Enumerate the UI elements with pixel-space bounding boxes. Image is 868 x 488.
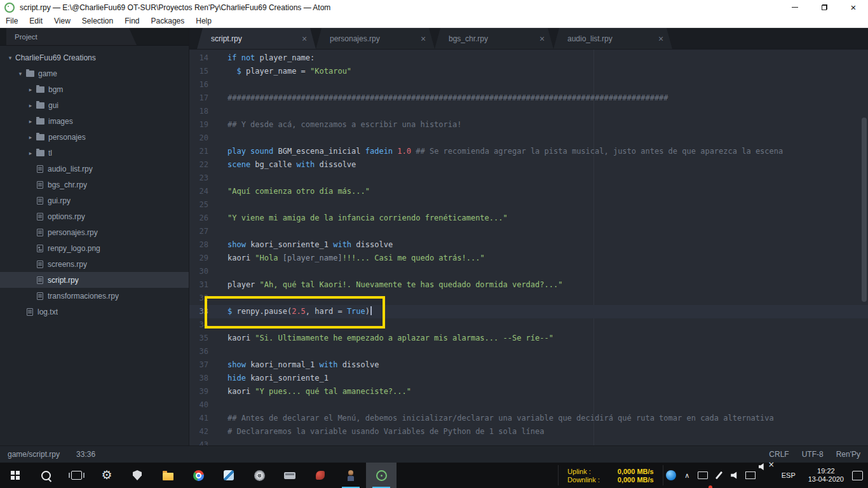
close-icon[interactable]: × xyxy=(418,34,428,44)
code-line-24[interactable]: 24"Aquí comienza otro día más..." xyxy=(189,185,868,198)
taskbar-clock[interactable]: 19:22 13-04-2020 xyxy=(803,467,850,484)
search-button[interactable] xyxy=(31,463,61,488)
audio-device-button[interactable] xyxy=(727,463,743,488)
code-line-17[interactable]: 17######################################… xyxy=(189,92,868,105)
code-line-30[interactable]: 30 xyxy=(189,265,868,278)
menu-view[interactable]: View xyxy=(48,17,76,25)
tab-project[interactable]: Project xyxy=(6,28,137,45)
code-line-16[interactable]: 16 xyxy=(189,78,868,92)
code-line-40[interactable]: 40 xyxy=(189,398,868,412)
code-line-26[interactable]: 26"Y viene mi amiga de la infancia corri… xyxy=(189,212,868,225)
tree-item-audio-list-rpy[interactable]: audio_list.rpy xyxy=(0,161,189,177)
tab-script-rpy[interactable]: script.rpy× xyxy=(197,28,316,49)
code-line-38[interactable]: 38hide kaori_sonriente_1 xyxy=(189,372,868,385)
tree-item-game[interactable]: ▾game xyxy=(0,65,189,81)
status-line-ending[interactable]: CRLF xyxy=(769,450,789,459)
tab-bgs-chr-rpy[interactable]: bgs_chr.rpy× xyxy=(435,28,553,49)
red-tool-app-button[interactable] xyxy=(305,463,336,488)
code-line-20[interactable]: 20 xyxy=(189,132,868,145)
code-line-14[interactable]: 14if not player_name: xyxy=(189,51,868,65)
tree-item-transformaciones-rpy[interactable]: transformaciones.rpy xyxy=(0,288,189,304)
close-icon[interactable]: × xyxy=(656,34,666,44)
code-line-23[interactable]: 23 xyxy=(189,172,868,185)
settings-button[interactable] xyxy=(92,463,122,488)
chrome-button[interactable] xyxy=(183,463,214,488)
hidden-icons-button[interactable]: ∧ xyxy=(679,463,695,488)
menu-find[interactable]: Find xyxy=(119,17,145,25)
tab-personajes-rpy[interactable]: personajes.rpy× xyxy=(316,28,435,49)
tree-item-charliefuu69-creations[interactable]: ▾CharlieFuu69 Creations xyxy=(0,50,189,65)
code-line-33[interactable]: 33$ renpy.pause(2.5, hard = True) xyxy=(189,305,868,318)
tree-item-renpy-logo-png[interactable]: renpy_logo.png xyxy=(0,240,189,256)
menu-help[interactable]: Help xyxy=(190,17,217,25)
code-line-15[interactable]: 15 $ player_name = "Kotarou" xyxy=(189,65,868,78)
code-area[interactable]: 14if not player_name:15 $ player_name = … xyxy=(189,50,868,445)
tree-item-tl[interactable]: ▸tl xyxy=(0,145,189,161)
editor[interactable]: 14if not player_name:15 $ player_name = … xyxy=(189,50,868,445)
tab-audio-list-rpy[interactable]: audio_list.rpy× xyxy=(553,28,672,49)
paint-app-button[interactable] xyxy=(214,463,244,488)
line-number: 33 xyxy=(189,305,208,318)
atom-logo-icon xyxy=(376,470,387,481)
close-icon[interactable]: × xyxy=(537,34,547,44)
action-center-button[interactable] xyxy=(850,463,865,488)
language-indicator[interactable]: ESP xyxy=(775,471,803,479)
code-line-35[interactable]: 35kaori "Si. Ultimamente he empezado a a… xyxy=(189,332,868,345)
code-line-43[interactable]: 43 xyxy=(189,438,868,445)
menu-edit[interactable]: Edit xyxy=(24,17,48,25)
code-line-22[interactable]: 22scene bg_calle with dissolve xyxy=(189,158,868,172)
keyboard-app-button[interactable] xyxy=(275,463,305,488)
code-line-29[interactable]: 29kaori "Hola [player_name]!!!... Casi m… xyxy=(189,252,868,265)
close-button[interactable]: × xyxy=(839,0,868,15)
minimize-button[interactable] xyxy=(780,0,810,15)
status-file-path[interactable]: game/script.rpy xyxy=(8,450,60,459)
tree-item-bgs-chr-rpy[interactable]: bgs_chr.rpy xyxy=(0,177,189,193)
task-view-button[interactable] xyxy=(61,463,92,488)
restore-button[interactable] xyxy=(810,0,839,15)
editor-scrollbar[interactable] xyxy=(862,118,867,302)
tree-item-log-txt[interactable]: log.txt xyxy=(0,304,189,320)
menu-file[interactable]: File xyxy=(0,17,24,25)
tree-item-personajes[interactable]: ▸personajes xyxy=(0,129,189,145)
code-line-18[interactable]: 18 xyxy=(189,105,868,118)
code-line-32[interactable]: 32 xyxy=(189,292,868,305)
tree-item-screens-rpy[interactable]: screens.rpy xyxy=(0,256,189,272)
code-line-41[interactable]: 41## Antes de declarar el Menú, debemos … xyxy=(189,412,868,425)
tray-app-button[interactable] xyxy=(663,463,679,488)
status-cursor-position[interactable]: 33:36 xyxy=(76,450,95,459)
code-line-25[interactable]: 25 xyxy=(189,198,868,212)
close-icon[interactable]: × xyxy=(299,34,309,44)
code-line-28[interactable]: 28show kaori_sonriente_1 with dissolve xyxy=(189,238,868,252)
tree-item-script-rpy[interactable]: script.rpy xyxy=(0,272,189,288)
pen-input-button[interactable] xyxy=(711,463,727,488)
minimize-icon xyxy=(792,7,798,8)
status-encoding[interactable]: UTF-8 xyxy=(802,450,824,459)
code-line-19[interactable]: 19## Y desde acá, comenzamos a escribir … xyxy=(189,118,868,132)
menu-packages[interactable]: Packages xyxy=(146,17,191,25)
code-line-21[interactable]: 21play sound BGM_escena_inicial fadein 1… xyxy=(189,145,868,158)
tree-item-options-rpy[interactable]: options.rpy xyxy=(0,208,189,224)
volume-button[interactable] xyxy=(759,463,775,488)
tree-item-gui-rpy[interactable]: gui.rpy xyxy=(0,193,189,208)
tree-item-images[interactable]: ▸images xyxy=(0,113,189,129)
code-line-27[interactable]: 27 xyxy=(189,225,868,238)
atom-app-button[interactable] xyxy=(366,463,397,488)
menu-selection[interactable]: Selection xyxy=(76,17,119,25)
code-line-36[interactable]: 36 xyxy=(189,345,868,358)
disc-app-button[interactable] xyxy=(244,463,275,488)
tree-item-personajes-rpy[interactable]: personajes.rpy xyxy=(0,224,189,240)
start-button[interactable] xyxy=(0,463,31,488)
code-line-37[interactable]: 37show kaori_normal_1 with dissolve xyxy=(189,358,868,372)
status-grammar[interactable]: Ren'Py xyxy=(836,450,860,459)
game-character-app-button[interactable] xyxy=(336,463,366,488)
code-line-42[interactable]: 42# Declararemos la variable usando Vari… xyxy=(189,425,868,438)
defender-button[interactable] xyxy=(122,463,153,488)
display-status-button[interactable] xyxy=(695,463,711,488)
code-line-39[interactable]: 39kaori "Y pues... qué tal amaneciste?..… xyxy=(189,385,868,398)
tree-item-gui[interactable]: ▸gui xyxy=(0,97,189,113)
code-line-34[interactable]: 34 xyxy=(189,318,868,332)
code-line-31[interactable]: 31player "Ah, qué tal Kaori!. Nuevamente… xyxy=(189,278,868,292)
tree-item-bgm[interactable]: ▸bgm xyxy=(0,81,189,97)
file-explorer-button[interactable] xyxy=(153,463,183,488)
external-display-button[interactable] xyxy=(743,463,759,488)
